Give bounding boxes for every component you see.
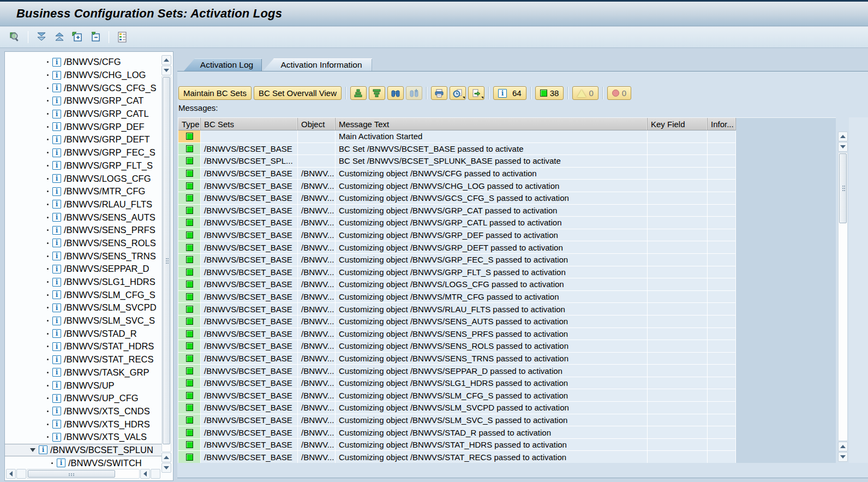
scroll-down-button[interactable] <box>838 452 848 462</box>
collapse-subtree-icon[interactable] <box>88 30 103 44</box>
collapse-all-icon[interactable] <box>52 30 67 44</box>
tree-item[interactable]: i /BNWVS/GRP_FEC_S <box>5 146 161 159</box>
table-row[interactable]: /BNWVS/BCSET_BASE /BNWV... Customizing o… <box>178 402 736 414</box>
scroll-down-button[interactable] <box>161 463 171 473</box>
scrollbar-track[interactable] <box>27 469 140 479</box>
table-row[interactable]: /BNWVS/BCSET_BASE /BNWV... Customizing o… <box>178 192 736 205</box>
scrollbar-thumb[interactable] <box>839 153 847 223</box>
tree-item[interactable]: i /BNWVS/STAD_R <box>5 327 161 340</box>
sort-descending-button[interactable] <box>369 86 385 100</box>
collapse-arrow-icon[interactable] <box>30 448 35 452</box>
tab-activation-log[interactable]: Activation Log <box>184 58 262 71</box>
tree-item[interactable]: i /BNWVS/LOGS_CFG <box>5 172 161 185</box>
scroll-up-button[interactable] <box>838 442 848 451</box>
table-row[interactable]: /BNWVS/BCSET_BASE /BNWV... Customizing o… <box>178 340 736 353</box>
table-row[interactable]: /BNWVS/BCSET_BASE /BNWV... Customizing o… <box>178 426 736 439</box>
tree-item[interactable]: i /BNWVS/SLM_SVC_S <box>5 314 161 328</box>
find-button[interactable] <box>387 86 404 100</box>
scrollbar-track[interactable] <box>838 152 848 441</box>
tab-activation-information[interactable]: Activation Information <box>263 58 372 71</box>
tree-item[interactable]: i /BNWVS/UP_CFG <box>5 392 161 405</box>
bc-set-overall-view-button[interactable]: BC Set Overvall View <box>254 86 342 100</box>
tree-item[interactable]: i /BNWVS/MTR_CFG <box>5 185 161 198</box>
column-header-key-field[interactable]: Key Field <box>648 118 708 130</box>
scroll-down-button[interactable] <box>838 142 848 152</box>
error-count-badge[interactable]: 0 <box>607 86 631 100</box>
table-row[interactable]: /BNWVS/BCSET_BASE /BNWV... Customizing o… <box>178 451 736 463</box>
table-row[interactable]: /BNWVS/BCSET_BASE /BNWV... Customizing o… <box>178 389 736 402</box>
tree-item[interactable]: i /BNWVS/SEPPAR_D <box>5 263 161 276</box>
table-row[interactable]: /BNWVS/BCSET_BASE /BNWV... Customizing o… <box>178 254 736 266</box>
table-row[interactable]: /BNWVS/BCSET_BASE /BNWV... Customizing o… <box>178 291 736 304</box>
tree-item[interactable]: i /BNWVS/SLM_SVCPD <box>5 301 161 314</box>
tree-item[interactable]: i /BNWVS/XTS_HDRS <box>5 418 161 431</box>
scroll-right-button[interactable] <box>16 469 26 479</box>
table-row[interactable]: /BNWVS/BCSET_BASE /BNWV... Customizing o… <box>178 266 736 279</box>
sort-ascending-button[interactable] <box>350 86 367 100</box>
tree-item[interactable]: i /BNWVS/SLM_CFG_S <box>5 288 161 301</box>
success-count-badge[interactable]: 38 <box>535 86 564 100</box>
tree-item[interactable]: i /BNWVS/XTS_VALS <box>5 431 161 444</box>
table-row[interactable]: Main Activation Started <box>178 130 736 143</box>
tree-item[interactable]: i /BNWVS/CHG_LOG <box>5 69 161 82</box>
tree-item[interactable]: i /BNWVS/TASK_GRP <box>5 366 161 379</box>
tree-item[interactable]: i /BNWVS/SENS_AUTS <box>5 211 161 224</box>
table-row[interactable]: /BNWVS/BCSET_BASE BC Set /BNWVS/BCSET_BA… <box>178 143 736 156</box>
tree-item[interactable]: i /BNWVS/GCS_CFG_S <box>5 81 161 94</box>
table-row[interactable]: /BNWVS/BCSET_SPL... BC Set /BNWVS/BCSET_… <box>178 155 736 168</box>
table-row[interactable]: /BNWVS/BCSET_BASE /BNWV... Customizing o… <box>178 217 736 229</box>
tree-item[interactable]: i /BNWVS/GRP_DEF <box>5 120 161 133</box>
table-vertical-scrollbar[interactable] <box>838 132 848 462</box>
expand-subtree-icon[interactable] <box>70 30 85 44</box>
tree-horizontal-scrollbar[interactable] <box>6 469 161 479</box>
table-row[interactable]: /BNWVS/BCSET_BASE /BNWV... Customizing o… <box>178 365 736 377</box>
legend-icon[interactable] <box>115 30 129 44</box>
column-header-object[interactable]: Object <box>298 118 336 130</box>
table-row[interactable]: /BNWVS/BCSET_BASE /BNWV... Customizing o… <box>178 353 736 365</box>
tree-item[interactable]: i /BNWVS/SENS_ROLS <box>5 237 161 250</box>
tree-item[interactable]: i /BNWVS/SLG1_HDRS <box>5 276 161 289</box>
expand-all-icon[interactable] <box>34 30 49 44</box>
export-dropdown-button[interactable] <box>468 86 484 100</box>
table-row[interactable]: /BNWVS/BCSET_BASE /BNWV... Customizing o… <box>178 229 736 242</box>
table-row[interactable]: /BNWVS/BCSET_BASE /BNWV... Customizing o… <box>178 241 736 254</box>
tree-item[interactable]: i /BNWVS/GRP_DEFT <box>5 133 161 146</box>
scroll-down-button[interactable] <box>161 66 171 75</box>
tree-item[interactable]: i /BNWVS/RLAU_FLTS <box>5 198 161 211</box>
tree-item[interactable]: i /BNWVS/CFG <box>5 56 161 69</box>
table-row[interactable]: /BNWVS/BCSET_BASE /BNWV... Customizing o… <box>178 316 736 328</box>
tree-item[interactable]: i /BNWVS/SENS_PRFS <box>5 224 161 237</box>
maintain-bc-sets-button[interactable]: Maintain BC Sets <box>178 86 252 100</box>
table-row[interactable]: /BNWVS/BCSET_BASE /BNWV... Customizing o… <box>178 303 736 316</box>
find-next-button[interactable] <box>406 86 422 100</box>
tree-item[interactable]: i /BNWVS/GRP_CATL <box>5 108 161 121</box>
column-header-message-text[interactable]: Message Text <box>336 118 648 130</box>
table-row[interactable]: /BNWVS/BCSET_BASE /BNWV... Customizing o… <box>178 278 736 291</box>
scroll-up-button[interactable] <box>161 453 171 462</box>
table-row[interactable]: /BNWVS/BCSET_BASE /BNWV... Customizing o… <box>178 439 736 451</box>
scroll-left-button[interactable] <box>6 469 16 479</box>
tree-item[interactable]: i /BNWVS/GRP_FLT_S <box>5 159 161 172</box>
print-button[interactable] <box>431 86 447 100</box>
scroll-right-button[interactable] <box>151 469 160 479</box>
table-row[interactable]: /BNWVS/BCSET_BASE /BNWV... Customizing o… <box>178 168 736 180</box>
tree-item[interactable]: i /BNWVS/SWITCH <box>5 456 161 469</box>
warning-count-badge[interactable]: 0 <box>572 86 598 100</box>
scroll-up-button[interactable] <box>838 132 848 141</box>
column-header-bc-sets[interactable]: BC Sets <box>201 118 298 130</box>
column-header-type[interactable]: Type <box>178 118 201 130</box>
scrollbar-thumb[interactable] <box>28 470 115 478</box>
tree-item[interactable]: i /BNWVS/SENS_TRNS <box>5 249 161 263</box>
table-row[interactable]: /BNWVS/BCSET_BASE /BNWV... Customizing o… <box>178 377 736 390</box>
scrollbar-track[interactable] <box>161 76 171 452</box>
table-row[interactable]: /BNWVS/BCSET_BASE /BNWV... Customizing o… <box>178 328 736 341</box>
tree-item[interactable]: i /BNWVS/UP <box>5 379 161 392</box>
tree-item[interactable]: i /BNWVS/STAT_HDRS <box>5 340 161 353</box>
tree-item[interactable]: i /BNWVS/XTS_CNDS <box>5 405 161 418</box>
tree-item[interactable]: i /BNWVS/GRP_CAT <box>5 94 161 108</box>
scroll-left-button[interactable] <box>140 469 150 479</box>
column-header-infor[interactable]: Infor... <box>708 118 736 130</box>
scrollbar-thumb[interactable] <box>163 77 170 444</box>
scroll-up-button[interactable] <box>161 55 171 65</box>
views-dropdown-button[interactable] <box>450 86 466 100</box>
